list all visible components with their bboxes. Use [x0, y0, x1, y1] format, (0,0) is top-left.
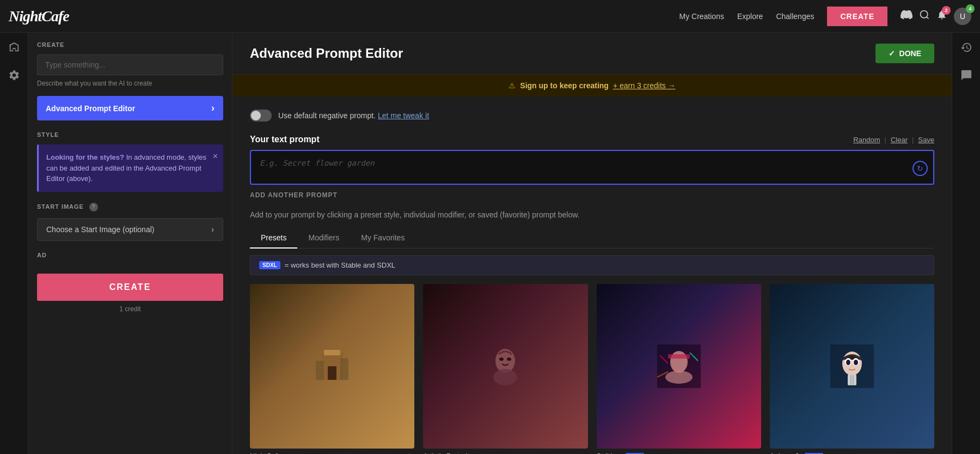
nav-explore[interactable]: Explore [737, 12, 763, 21]
preset-thumb-anime [770, 284, 934, 449]
preset-thumb-artistic-portrait [423, 284, 587, 449]
topnav-create-button[interactable]: CREATE [827, 7, 887, 26]
preset-image-striking [597, 284, 761, 449]
done-label: DONE [899, 49, 921, 58]
right-strip [952, 33, 980, 454]
arrow-icon: › [211, 102, 215, 114]
preset-card-artistic-portrait[interactable]: Artistic Portrait [423, 284, 587, 454]
generate-prompt-icon[interactable]: ↻ [912, 161, 928, 176]
preset-name-nightcafe: NightCafe [250, 452, 414, 454]
tab-presets[interactable]: Presets [250, 228, 297, 249]
start-image-button[interactable]: Choose a Start Image (optional) › [37, 218, 223, 241]
start-image-section: START IMAGE ? Choose a Start Image (opti… [37, 203, 223, 241]
svg-point-26 [854, 360, 858, 365]
style-info-close-button[interactable]: × [213, 150, 218, 163]
sdxl-banner: SDXL = works best with Stable and SDXL [250, 255, 934, 275]
preset-info-text: Add to your prompt by clicking a preset … [250, 210, 934, 219]
sidebar: CREATE Describe what you want the AI to … [28, 33, 232, 454]
svg-point-9 [493, 369, 517, 385]
sdxl-banner-text: = works best with Stable and SDXL [285, 261, 395, 269]
preset-card-striking[interactable]: Striking SDXL [597, 284, 761, 454]
settings-icon[interactable] [8, 69, 20, 84]
home-icon[interactable] [8, 41, 20, 56]
icon-strip [0, 33, 28, 454]
clear-action[interactable]: Clear [891, 136, 908, 144]
create-button[interactable]: CREATE [37, 274, 223, 301]
prompt-label: Your text prompt [250, 135, 320, 144]
negative-prompt-toggle[interactable] [250, 110, 272, 122]
prompt-header: Your text prompt Random | Clear | Save [250, 135, 934, 144]
svg-point-10 [499, 358, 504, 361]
messages-icon[interactable]: U 4 [954, 8, 971, 25]
negative-prompt-row: Use default negative prompt. Let me twea… [250, 110, 934, 122]
advanced-prompt-label: Advanced Prompt Editor [46, 104, 135, 113]
tweak-link[interactable]: Let me tweak it [378, 111, 429, 120]
prompt-actions: Random | Clear | Save [853, 136, 934, 144]
style-section-title: STYLE [37, 131, 223, 138]
svg-rect-14 [668, 354, 690, 359]
advanced-prompt-editor-button[interactable]: Advanced Prompt Editor › [37, 96, 223, 120]
earn-credits-link[interactable]: + earn 3 credits → [613, 81, 676, 90]
prompt-section: Your text prompt Random | Clear | Save ↻… [250, 135, 934, 199]
create-section-title: CREATE [37, 41, 223, 48]
separator-2: | [912, 136, 914, 144]
preset-image-nightcafe [250, 284, 414, 449]
tab-my-favorites[interactable]: My Favorites [350, 228, 415, 249]
preset-name-striking: Striking SDXL [597, 452, 761, 454]
page-title: Advanced Prompt Editor [250, 46, 403, 61]
app-logo: NightCafe [9, 8, 69, 25]
ad-section: AD [37, 252, 223, 258]
svg-point-25 [846, 360, 850, 365]
nav-challenges[interactable]: Challenges [776, 12, 814, 21]
preset-image-anime [770, 284, 934, 449]
toggle-knob [251, 111, 261, 120]
sdxl-tag: SDXL [259, 261, 280, 269]
notifications-icon[interactable]: 2 [936, 9, 947, 23]
start-image-label: Choose a Start Image (optional) [46, 225, 154, 234]
credit-text: 1 credit [37, 305, 223, 313]
style-section: STYLE × Looking for the styles? In advan… [37, 131, 223, 192]
preset-thumb-nightcafe [250, 284, 414, 449]
style-info-text: Looking for the styles? In advanced mode… [46, 153, 206, 183]
nav-links: My Creations Explore Challenges CREATE 2 [679, 7, 971, 26]
tabs-row: Presets Modifiers My Favorites [250, 228, 934, 249]
done-checkmark-icon: ✓ [889, 49, 895, 58]
svg-point-17 [665, 371, 693, 384]
main-content: Advanced Prompt Editor ✓ DONE ⚠ Sign up … [232, 33, 952, 454]
history-icon[interactable] [960, 41, 972, 56]
preset-thumb-striking [597, 284, 761, 449]
start-image-title: START IMAGE ? [37, 203, 223, 211]
sdxl-banner-wrap: SDXL = works best with Stable and SDXL [250, 255, 934, 275]
preset-name-artistic-portrait: Artistic Portrait [423, 452, 587, 454]
search-icon[interactable] [919, 9, 930, 23]
signup-text: Sign up to keep creating [520, 81, 609, 90]
svg-rect-7 [328, 366, 336, 380]
preset-card-anime[interactable]: Anime v2 SDXL [770, 284, 934, 454]
top-navigation: NightCafe My Creations Explore Challenge… [0, 0, 980, 33]
separator-1: | [885, 136, 886, 144]
warning-icon: ⚠ [509, 81, 516, 90]
text-prompt-input[interactable] [250, 150, 934, 185]
chat-icon[interactable] [960, 69, 972, 84]
random-action[interactable]: Random [853, 136, 880, 144]
nav-my-creations[interactable]: My Creations [679, 12, 724, 21]
svg-line-1 [927, 17, 929, 19]
save-action[interactable]: Save [918, 136, 934, 144]
topnav-icons: 2 U 4 [901, 8, 971, 25]
tab-modifiers[interactable]: Modifiers [297, 228, 350, 249]
svg-point-11 [507, 358, 511, 361]
svg-rect-27 [848, 374, 856, 385]
svg-rect-5 [316, 361, 324, 380]
sidebar-description: Describe what you want the AI to create [37, 80, 223, 87]
prompt-input-sidebar[interactable] [37, 55, 223, 75]
add-another-prompt-button[interactable]: ADD ANOTHER PROMPT [250, 191, 338, 199]
preset-image-artistic-portrait [423, 284, 587, 449]
done-button[interactable]: ✓ DONE [875, 44, 934, 63]
preset-card-nightcafe[interactable]: NightCafe [250, 284, 414, 454]
ad-section-title: AD [37, 252, 223, 258]
start-image-arrow-icon: › [211, 225, 214, 234]
start-image-help-icon[interactable]: ? [89, 203, 98, 211]
discord-icon[interactable] [901, 9, 912, 23]
svg-point-0 [921, 11, 928, 18]
notifications-badge: 2 [942, 6, 951, 15]
